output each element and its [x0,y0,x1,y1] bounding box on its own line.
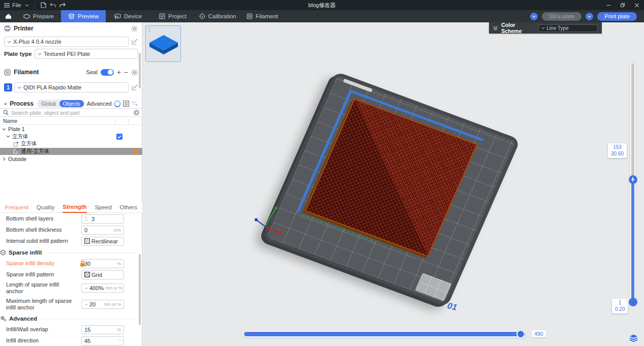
minimize-button[interactable] [601,0,616,10]
lock-icon [133,149,138,154]
build-plate[interactable] [262,71,520,307]
process-icon [4,101,7,107]
tab-preview[interactable]: Preview [61,10,106,22]
sparse-infill-density-input[interactable]: 30 % [81,259,124,268]
chevron-collapsed-icon[interactable] [2,157,6,161]
sparse-anchor-max-length-select[interactable]: 20 mm or % [81,300,124,309]
tree-row-outside[interactable]: Outside [0,155,142,163]
sparse-anchor-length-select[interactable]: 400% mm or % [81,284,124,293]
filament-icon [247,13,253,19]
collapse-chevrons-icon[interactable] [493,26,498,30]
layer-slider-bottom-handle[interactable] [629,298,637,306]
object-checkbox[interactable] [116,134,122,140]
setting-value: 0 [84,227,87,233]
advanced-toggle[interactable] [114,101,120,107]
filament-slot-badge[interactable]: 1 [4,83,12,91]
printer-edit-button[interactable] [132,39,138,45]
close-button[interactable] [630,0,644,10]
setting-value: Rectilinear [91,238,118,244]
home-tab[interactable] [0,10,16,22]
chevron-expanded-icon[interactable] [6,135,10,138]
tab-filament-label: Filament [256,13,278,19]
tab-project[interactable]: Project [150,10,195,22]
setting-label: Bottom shell layers [6,215,77,222]
printer-settings-button[interactable] [131,25,138,32]
tab-calibration[interactable]: Calibration [195,10,240,22]
printer-preset-select[interactable]: X-Plus 4 0.4 nozzle [4,37,129,47]
color-scheme-select[interactable]: Line Type [538,24,598,32]
filament-settings-button[interactable] [131,69,138,76]
compare-button[interactable] [132,101,138,107]
spinner-arrows[interactable] [84,216,88,221]
prepare-icon [23,14,30,19]
filament-spool-icon [4,69,11,76]
tab-quality[interactable]: Quality [37,204,55,212]
search-input[interactable] [11,110,131,116]
internal-solid-infill-pattern-select[interactable]: Rectilinear [81,237,124,246]
infill-direction-input[interactable]: 45 ° [81,336,124,345]
setting-label: Maximum length of sparse infill anchor [6,298,77,311]
tab-others[interactable]: Others [119,204,137,212]
slice-plate-button[interactable]: Slice plate [542,12,582,21]
chevron-down-icon[interactable] [25,4,29,7]
sparse-infill-pattern-select[interactable]: Grid [81,270,124,279]
restore-button[interactable] [616,0,630,10]
plate-thumbnail[interactable]: 1 [145,25,181,62]
tab-strength[interactable]: Strength [63,204,86,213]
seal-toggle[interactable] [101,69,114,76]
filament-edit-button[interactable] [132,84,138,90]
setting-row: Sparse infill pattern Grid [6,269,138,280]
lock-icon[interactable] [80,261,85,267]
setting-row: Maximum length of sparse infill anchor 2… [6,296,138,312]
layer-slider-top-handle[interactable] [629,175,637,184]
settings-list: Bottom shell layers 3 Bottom shell thick… [0,213,138,346]
tree-row-object[interactable]: 立方体 [0,133,142,141]
menu-button[interactable]: File [4,2,21,8]
redo-icon[interactable] [59,3,66,8]
add-filament-button[interactable]: + [117,69,121,76]
setting-label: Sparse infill pattern [6,271,77,278]
tab-preview-label: Preview [78,13,99,19]
clear-search-button[interactable] [134,110,139,115]
sliced-model[interactable] [305,99,478,257]
title-bar: File blog修改器 [0,0,644,10]
print-plate-button[interactable]: Print plate [597,12,637,21]
plate-type-select[interactable]: Textured PEI Plate [35,49,138,59]
move-slider-handle[interactable] [516,330,525,338]
print-options-button[interactable] [586,13,593,20]
chevron-expanded-icon[interactable] [2,128,6,131]
segment-global[interactable]: Global [38,101,59,107]
tab-prepare[interactable]: Prepare [16,10,61,22]
sidebar-scrollbar-upper[interactable] [139,53,141,88]
move-slider[interactable] [243,331,527,337]
bottom-shell-layers-input[interactable]: 3 [81,214,124,224]
tab-speed[interactable]: Speed [95,204,111,212]
bottom-shell-thickness-input[interactable]: 0 mm [81,226,124,235]
param-tabs: Frequent Quality Strength Speed Others [0,203,142,213]
filament-preset-select[interactable]: QIDI PLA Rapido Matte [14,82,129,92]
tab-frequent[interactable]: Frequent [5,204,28,212]
tree-row-plate-1[interactable]: Plate 1 [0,125,142,133]
save-icon[interactable] [41,2,46,8]
color-scheme-label: Color Scheme [501,22,534,34]
grid-pattern-icon [84,272,90,277]
remove-filament-button[interactable]: − [124,69,128,76]
sidebar-scrollbar-lower[interactable] [139,254,141,325]
layer-tooltip-top: 153 30.60 [608,143,627,158]
tab-device[interactable]: Device [106,10,150,22]
undo-icon[interactable] [50,3,56,8]
viewport-3d[interactable]: 1 Color Scheme Line Type 01 [142,22,644,346]
layer-slider[interactable] [630,62,635,306]
param-list-button[interactable] [123,101,129,107]
infill-wall-overlap-input[interactable]: 15 % [81,325,124,334]
layers-icon[interactable] [629,334,638,342]
setting-unit: mm or % [104,302,121,307]
tree-row-part[interactable]: 立方体 [0,140,142,148]
tab-filament[interactable]: Filament [240,10,285,22]
tree-row-modifier-selected[interactable]: 通用-立方体 [0,148,142,155]
segment-objects[interactable]: Objects [59,100,84,107]
list-icon [123,101,129,107]
process-section-header: Process Global Objects Advanced [0,99,142,109]
slice-options-button[interactable] [530,13,538,20]
process-section-title: Process [10,100,34,107]
